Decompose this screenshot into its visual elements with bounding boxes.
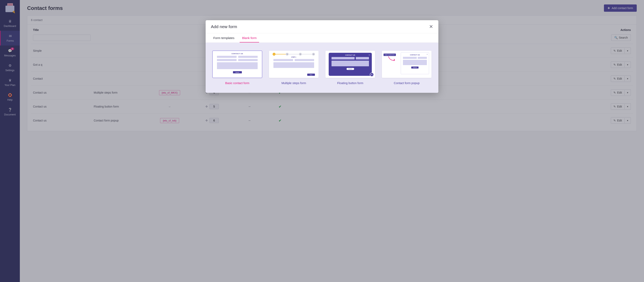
envelope-icon: ✉ xyxy=(370,73,374,77)
preview-submit: Submit xyxy=(346,68,354,70)
preview-close-icon: × xyxy=(369,54,370,56)
preview-submit: Submit xyxy=(233,71,242,73)
preview-close-icon: × xyxy=(427,53,428,55)
modal-overlay[interactable]: Add new form ✕ Form templates Blank form… xyxy=(0,0,644,282)
modal-tabs: Form templates Blank form xyxy=(206,33,438,43)
template-label: Multiple steps form xyxy=(282,81,306,85)
preview-title: CONTACT US xyxy=(403,54,427,56)
modal-title: Add new form xyxy=(211,24,237,29)
preview-submit: Submit xyxy=(411,66,418,68)
arrow-icon xyxy=(388,56,396,62)
template-label: Floating button form xyxy=(337,81,363,85)
template-contact-popup[interactable]: Open contact form × CONTACT US Submit Co… xyxy=(382,51,432,85)
template-label: Basic contact form xyxy=(225,81,249,85)
modal-close-button[interactable]: ✕ xyxy=(429,24,433,29)
tab-form-templates[interactable]: Form templates xyxy=(211,33,237,42)
preview-next: Next xyxy=(307,74,315,76)
template-multiple-steps[interactable]: 01 02 03 04 STEP 1 Next Multiple steps f… xyxy=(269,51,318,85)
preview-title: CONTACT US xyxy=(332,54,369,56)
template-floating-button[interactable]: × CONTACT US Submit ✉ Floating button fo… xyxy=(326,51,375,85)
template-basic-contact[interactable]: CONTACT US Submit Basic contact form xyxy=(212,51,262,85)
preview-popup-tag: Open contact form xyxy=(384,53,396,56)
add-form-modal: Add new form ✕ Form templates Blank form… xyxy=(206,20,438,93)
preview-step-label: STEP 1 xyxy=(269,56,318,58)
tab-blank-form[interactable]: Blank form xyxy=(240,33,259,42)
preview-title: CONTACT US xyxy=(212,51,262,55)
close-icon: ✕ xyxy=(429,24,433,29)
template-label: Contact form popup xyxy=(394,81,420,85)
